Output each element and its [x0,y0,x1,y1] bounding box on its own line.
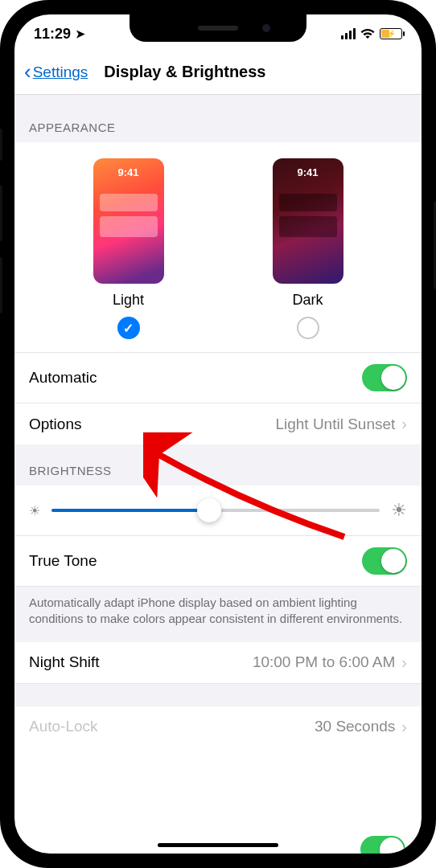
appearance-option-dark[interactable]: 9:41 Dark [273,158,343,339]
options-label: Options [29,416,81,433]
auto-lock-value: 30 Seconds [315,718,395,735]
phone-device-frame: 11:29 ➤ ⚡ ‹ Settings Displa [0,0,436,868]
brightness-slider[interactable] [51,498,380,522]
truetone-label: True Tone [29,552,97,570]
battery-icon: ⚡ [380,28,402,39]
notch [130,14,306,42]
chevron-right-icon: › [401,718,407,736]
screen: 11:29 ➤ ⚡ ‹ Settings Displa [14,14,422,854]
auto-lock-row[interactable]: Auto-Lock 30 Seconds › [14,706,422,747]
page-title: Display & Brightness [104,63,265,81]
truetone-row: True Tone [14,536,422,587]
light-mode-radio[interactable]: ✓ [117,317,140,339]
home-indicator[interactable] [158,843,278,847]
appearance-option-light[interactable]: 9:41 Light ✓ [93,158,164,339]
dark-mode-label: Dark [292,292,323,309]
night-shift-label: Night Shift [29,653,100,671]
sun-min-icon: ☀ [29,503,40,518]
partial-toggle-cutoff [360,836,405,854]
side-button-volume-down [0,257,2,313]
content: APPEARANCE 9:41 Light ✓ 9:41 [14,95,422,747]
section-header-appearance: APPEARANCE [14,95,422,142]
dark-mode-radio[interactable] [297,317,319,339]
preview-notification [100,216,158,237]
chevron-right-icon: › [401,415,407,433]
side-button-silent [0,129,2,161]
chevron-left-icon: ‹ [24,59,31,84]
preview-notification [279,216,337,237]
automatic-label: Automatic [29,369,97,387]
appearance-mode-picker: 9:41 Light ✓ 9:41 Dark [14,142,422,353]
front-camera [262,24,270,32]
sun-max-icon: ☀ [391,500,407,521]
light-mode-preview: 9:41 [93,158,164,284]
options-value: Light Until Sunset [275,416,395,433]
preview-time: 9:41 [93,166,164,178]
side-button-volume-up [0,185,2,241]
night-shift-value: 10:00 PM to 6:00 AM [253,653,395,671]
back-button-label: Settings [33,63,88,81]
slider-thumb[interactable] [197,498,221,522]
speaker [198,26,238,31]
options-row[interactable]: Options Light Until Sunset › [14,403,422,444]
chevron-right-icon: › [401,653,407,672]
battery-charging-icon: ⚡ [387,30,396,38]
night-shift-row[interactable]: Night Shift 10:00 PM to 6:00 AM › [14,642,422,684]
wifi-icon [360,28,375,39]
navigation-bar: ‹ Settings Display & Brightness [14,53,422,95]
brightness-slider-row: ☀ ☀ [14,485,422,536]
back-button[interactable]: ‹ Settings [24,59,88,84]
preview-time: 9:41 [273,166,343,178]
statusbar-time: 11:29 [34,26,71,43]
truetone-toggle[interactable] [362,547,407,575]
preview-notification [279,194,337,211]
checkmark-icon: ✓ [123,321,134,336]
light-mode-label: Light [113,292,144,309]
cellular-signal-icon [341,28,356,39]
section-header-brightness: BRIGHTNESS [14,444,422,485]
automatic-row: Automatic [14,353,422,403]
automatic-toggle[interactable] [362,364,407,391]
truetone-description: Automatically adapt iPhone display based… [14,587,422,642]
preview-notification [100,194,158,211]
location-services-icon: ➤ [76,27,85,40]
dark-mode-preview: 9:41 [273,158,343,284]
auto-lock-label: Auto-Lock [29,718,98,735]
